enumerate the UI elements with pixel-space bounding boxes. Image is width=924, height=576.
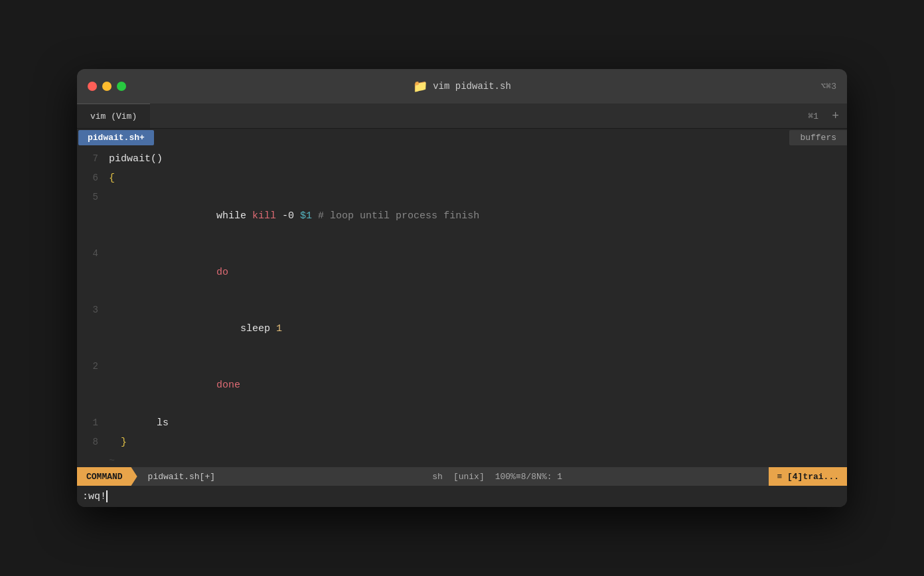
cursor (106, 490, 108, 502)
line-number-6: 6 (77, 169, 109, 187)
close-button[interactable] (88, 82, 97, 91)
token-do: do (216, 267, 228, 278)
tilde-char-1: ~ (109, 452, 115, 467)
tab-vim[interactable]: vim (Vim) (77, 104, 150, 128)
title-bar: 📁 vim pidwait.sh ⌥⌘3 (77, 69, 847, 104)
token-kill: kill (246, 210, 276, 222)
main-window: 📁 vim pidwait.sh ⌥⌘3 vim (Vim) ⌘1 + pidw… (77, 69, 847, 507)
code-line-1: 1 ls (77, 413, 847, 433)
token-indent2 (169, 380, 216, 391)
status-right: ≡ [4]trai... (769, 467, 847, 486)
line-content-3: sleep 1 (109, 301, 847, 357)
tilde-line-1: ~ (77, 452, 847, 467)
code-line-3: 3 sleep 1 (77, 301, 847, 357)
token-sleep: sleep (169, 323, 276, 334)
line-number-3: 3 (77, 301, 109, 319)
tab-label: vim (Vim) (90, 111, 137, 121)
line-number-4: 4 (77, 244, 109, 263)
status-col: %: 1 (542, 472, 562, 482)
tab-bar: vim (Vim) ⌘1 + (77, 104, 847, 129)
editor: pidwait.sh+ buffers 7 pidwait() 6 { 5 wh… (77, 129, 847, 507)
token-arg: $1 (300, 210, 312, 222)
window-shortcut: ⌥⌘3 (821, 81, 836, 92)
tab-shortcut: ⌘1 (809, 111, 819, 121)
minimize-button[interactable] (102, 82, 112, 91)
token-indent4 (169, 267, 216, 278)
token-1: 1 (276, 323, 282, 334)
status-format: [unix] (453, 472, 485, 482)
tab-items: vim (Vim) (77, 104, 150, 128)
maximize-button[interactable] (117, 82, 126, 91)
code-area: 7 pidwait() 6 { 5 while kill -0 $1 # loo… (77, 147, 847, 467)
folder-icon: 📁 (413, 79, 427, 94)
traffic-lights (88, 82, 126, 91)
add-tab-button[interactable]: + (824, 104, 847, 128)
status-filename: pidwait.sh[+] (137, 472, 226, 482)
code-line-5: 5 while kill -0 $1 # loop until process … (77, 188, 847, 244)
command-input-text: :wq! (82, 491, 106, 502)
token-done: done (216, 380, 240, 391)
window-title-center: 📁 vim pidwait.sh (413, 79, 511, 94)
code-line-7: 7 pidwait() (77, 149, 847, 169)
line-content-2: done (109, 358, 847, 413)
command-line[interactable]: :wq! (77, 486, 847, 507)
window-title: vim pidwait.sh (433, 81, 511, 92)
buffer-tab-bar: pidwait.sh+ buffers (77, 129, 847, 147)
line-number-2: 2 (77, 357, 109, 376)
status-bar: COMMAND pidwait.sh[+] sh [unix] 100%≡8/8… (77, 467, 847, 486)
code-line-6: 6 { (77, 169, 847, 188)
buffer-tab-active[interactable]: pidwait.sh+ (78, 130, 154, 145)
line-content-7: pidwait() (109, 150, 847, 169)
code-line-4: 4 do (77, 244, 847, 301)
line-content-4: do (109, 245, 847, 301)
status-pos-text: 100%≡8/8 (495, 472, 536, 482)
line-number-7: 7 (77, 149, 109, 168)
status-center: sh [unix] 100%≡8/8N%: 1 (226, 472, 769, 482)
code-line-8: 8 } (77, 433, 847, 452)
buffers-label: buffers (789, 130, 847, 145)
line-content-1: ls (109, 414, 847, 433)
line-number-5: 5 (77, 188, 109, 206)
line-content-6: { (109, 169, 847, 188)
token-dash: -0 (276, 210, 300, 222)
status-mode: COMMAND (77, 467, 137, 486)
token-while: while (169, 210, 246, 222)
code-line-2: 2 done (77, 357, 847, 413)
line-content-5: while kill -0 $1 # loop until process fi… (109, 188, 847, 244)
line-content-8: } (109, 433, 847, 452)
line-number-8: 8 (77, 433, 109, 451)
line-number-1: 1 (77, 413, 109, 432)
token-comment: # loop until process finish (312, 210, 479, 222)
status-position: 100%≡8/8N%: 1 (495, 472, 562, 482)
status-filetype: sh (432, 472, 443, 482)
